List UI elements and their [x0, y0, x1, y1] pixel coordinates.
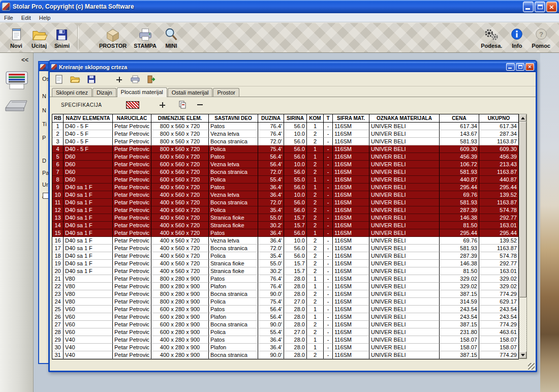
- menu-file[interactable]: File: [0, 14, 17, 21]
- column-header[interactable]: NAZIV ELEMENTA: [64, 114, 113, 123]
- table-row[interactable]: 11D40 sa 1 FPetar Petrovic400 x 560 x 72…: [52, 199, 519, 206]
- column-header[interactable]: RB: [52, 114, 64, 123]
- column-header[interactable]: SIFRA MAT.: [333, 114, 369, 123]
- open-button[interactable]: Ucitaj: [27, 25, 51, 50]
- copy-rows-button[interactable]: [177, 100, 188, 109]
- table-row[interactable]: 31V40Petar Petrovic400 x 280 x 900Bocna …: [52, 351, 519, 359]
- table-row[interactable]: 1D40 - 5 FPetar Petrovic800 x 560 x 720P…: [52, 123, 519, 130]
- table-row[interactable]: 20D40 sa 1 FPetar Petrovic400 x 560 x 72…: [52, 267, 519, 275]
- column-header[interactable]: SASTAVNI DEO: [209, 114, 258, 123]
- table-row[interactable]: 16D40 sa 1 FPetar Petrovic400 x 560 x 72…: [52, 237, 519, 245]
- exit-button[interactable]: [146, 74, 157, 84]
- tab-ostali-materijal[interactable]: Ostali materijal: [168, 88, 213, 97]
- tab-prostor[interactable]: Prostor: [213, 88, 239, 97]
- table-row[interactable]: 13D40 sa 1 FPetar Petrovic400 x 560 x 72…: [52, 214, 519, 222]
- column-header[interactable]: UKUPNO: [479, 114, 519, 123]
- main-titlebar[interactable]: Stolar Pro, Copyright (c) Maretta Softwa…: [0, 0, 559, 13]
- add-item-button[interactable]: [114, 74, 124, 84]
- table-cell: 72.0': [258, 245, 284, 252]
- table-row[interactable]: 5D60Petar Petrovic600 x 560 x 720Patos56…: [52, 153, 519, 161]
- table-cell: 116SM: [333, 283, 369, 290]
- plotter-button[interactable]: [4, 69, 30, 92]
- table-row[interactable]: 26V60Petar Petrovic600 x 280 x 900Plafon…: [52, 313, 519, 321]
- open-drawing-button[interactable]: [70, 74, 80, 84]
- table-row[interactable]: 12D40 sa 1 FPetar Petrovic400 x 560 x 72…: [52, 206, 519, 214]
- save-button[interactable]: Snimi: [51, 25, 73, 50]
- scanner-button[interactable]: [4, 97, 30, 114]
- table-row[interactable]: 29V40Petar Petrovic400 x 280 x 900Patos3…: [52, 336, 519, 344]
- tab-sklopni-crtez[interactable]: Sklopni crtez: [52, 88, 92, 97]
- child-titlebar[interactable]: Kreiranje sklopnog crteza: [50, 62, 536, 72]
- column-header[interactable]: NARUCILAC: [113, 114, 151, 123]
- column-header[interactable]: CENA: [440, 114, 479, 123]
- child-maximize-button[interactable]: [516, 63, 524, 71]
- table-cell: 72.0': [258, 138, 284, 145]
- new-drawing-button[interactable]: [54, 74, 64, 84]
- mini-button[interactable]: MINI: [160, 25, 182, 50]
- column-header[interactable]: DIMENZIJE ELEM.: [151, 114, 209, 123]
- scroll-down-button[interactable]: [519, 351, 526, 358]
- table-row[interactable]: 27V60Petar Petrovic600 x 280 x 900Bocna …: [52, 321, 519, 328]
- table-row[interactable]: 19D40 sa 1 FPetar Petrovic400 x 560 x 72…: [52, 260, 519, 267]
- table-row[interactable]: 28V60Petar Petrovic600 x 280 x 900Polica…: [52, 328, 519, 336]
- stampa-button[interactable]: STAMPA: [130, 25, 160, 50]
- column-header[interactable]: T: [324, 114, 333, 123]
- table-row[interactable]: 4D40 - 5 FPetar Petrovic800 x 560 x 720P…: [52, 145, 519, 153]
- remove-row-button[interactable]: [194, 100, 205, 109]
- table-row[interactable]: 22V80Petar Petrovic800 x 280 x 900Plafon…: [52, 283, 519, 290]
- table-cell: D60: [64, 161, 113, 168]
- maximize-button[interactable]: [535, 2, 545, 12]
- print-button[interactable]: [130, 74, 140, 84]
- minimize-button[interactable]: [523, 2, 534, 12]
- scrollbar-thumb[interactable]: [519, 122, 526, 297]
- column-header[interactable]: SIRINA: [284, 114, 307, 123]
- scroll-up-button[interactable]: [519, 114, 526, 122]
- sidebar-collapse-button[interactable]: <<: [20, 56, 30, 64]
- table-row[interactable]: 30V40Petar Petrovic400 x 280 x 900Plafon…: [52, 344, 519, 351]
- column-header[interactable]: OZNAKA MATERIJALA: [369, 114, 440, 123]
- table-row[interactable]: 21V80Petar Petrovic800 x 280 x 900Patos7…: [52, 275, 519, 283]
- table-cell: -: [324, 191, 333, 199]
- column-header[interactable]: DUZINA: [258, 114, 284, 123]
- table-row[interactable]: 14D40 sa 1 FPetar Petrovic400 x 560 x 72…: [52, 222, 519, 229]
- vertical-scrollbar[interactable]: [519, 114, 527, 359]
- add-row-button[interactable]: [157, 100, 168, 109]
- tab-plocasti-materijal[interactable]: Plocasti materijal: [117, 87, 167, 97]
- menu-edit[interactable]: Edit: [17, 14, 35, 21]
- menu-help[interactable]: Help: [35, 14, 55, 21]
- tab-dizajn[interactable]: Dizajn: [92, 88, 116, 97]
- info-button[interactable]: Info: [506, 25, 528, 50]
- save-drawing-button[interactable]: [86, 74, 97, 84]
- table-cell: -: [324, 267, 333, 275]
- table-row[interactable]: 2D40 - 5 FPetar Petrovic800 x 560 x 720V…: [52, 130, 519, 138]
- table-row[interactable]: 10D40 sa 1 FPetar Petrovic400 x 560 x 72…: [52, 191, 519, 199]
- table-cell: -: [324, 298, 333, 306]
- table-row[interactable]: 24V80Petar Petrovic800 x 280 x 900Polica…: [52, 298, 519, 306]
- table-cell: 1: [307, 275, 324, 283]
- close-button[interactable]: [546, 2, 557, 12]
- table-cell: UNIVER BELI: [369, 344, 440, 351]
- table-row[interactable]: 9D40 sa 1 FPetar Petrovic400 x 560 x 720…: [52, 184, 519, 191]
- table-row[interactable]: 17D40 sa 1 FPetar Petrovic400 x 560 x 72…: [52, 245, 519, 252]
- prostor-button[interactable]: PROSTOR: [96, 25, 130, 50]
- table-row[interactable]: 8D60Petar Petrovic600 x 560 x 720Polica5…: [52, 176, 519, 184]
- table-cell: 116SM: [333, 237, 369, 245]
- table-cell: 600 x 280 x 900: [151, 328, 209, 336]
- child-close-button[interactable]: [525, 63, 534, 71]
- table-row[interactable]: 25V60Petar Petrovic600 x 280 x 900Patos5…: [52, 306, 519, 313]
- table-row[interactable]: 23V80Petar Petrovic800 x 280 x 900Bocna …: [52, 290, 519, 298]
- child-minimize-button[interactable]: [506, 63, 515, 71]
- table-row[interactable]: 18D40 sa 1 FPetar Petrovic400 x 560 x 72…: [52, 252, 519, 260]
- help-button[interactable]: ? Pomoc: [528, 25, 554, 50]
- table-cell: UNIVER BELI: [369, 161, 440, 168]
- column-header[interactable]: KOM: [307, 114, 324, 123]
- table-row[interactable]: 3D40 - 5 FPetar Petrovic800 x 560 x 720B…: [52, 138, 519, 145]
- table-row[interactable]: 6D60Petar Petrovic600 x 560 x 720Vezna l…: [52, 161, 519, 168]
- table-row[interactable]: 7D60Petar Petrovic600 x 560 x 720Bocna s…: [52, 168, 519, 176]
- settings-button[interactable]: Podesa.: [477, 25, 506, 50]
- table-row[interactable]: 15D40 sa 1 FPetar Petrovic400 x 560 x 72…: [52, 229, 519, 237]
- new-button[interactable]: Novi: [5, 25, 27, 50]
- resize-grip[interactable]: [528, 363, 535, 370]
- material-hatch-button[interactable]: [126, 101, 139, 109]
- table-cell: 116SM: [333, 214, 369, 222]
